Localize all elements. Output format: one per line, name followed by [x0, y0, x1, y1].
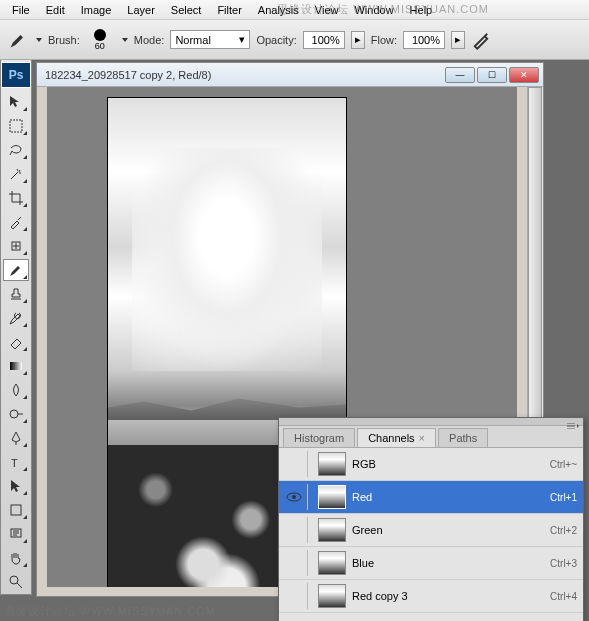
visibility-toggle[interactable]: [285, 523, 303, 537]
notes-tool[interactable]: [3, 523, 29, 545]
svg-text:T: T: [11, 457, 18, 469]
brush-preview-dot: [94, 29, 106, 41]
blur-tool[interactable]: [3, 379, 29, 401]
visibility-toggle[interactable]: [285, 457, 303, 471]
brush-size-picker[interactable]: 60: [86, 29, 114, 51]
opacity-label: Opacity:: [256, 34, 296, 46]
image-clouds: [132, 148, 322, 371]
menu-bar: File Edit Image Layer Select Filter Anal…: [0, 0, 589, 20]
brush-tool[interactable]: [3, 259, 29, 281]
divider: [307, 484, 308, 510]
brush-label: Brush:: [48, 34, 80, 46]
divider: [307, 550, 308, 576]
zoom-tool[interactable]: [3, 571, 29, 593]
history-brush-tool[interactable]: [3, 307, 29, 329]
channel-shortcut: Ctrl+2: [550, 525, 577, 536]
dodge-tool[interactable]: [3, 403, 29, 425]
visibility-toggle[interactable]: [285, 589, 303, 603]
brush-dropdown[interactable]: [122, 38, 128, 42]
channel-row-red[interactable]: Red Ctrl+1: [279, 481, 583, 514]
maximize-button[interactable]: ☐: [477, 67, 507, 83]
menu-edit[interactable]: Edit: [38, 2, 73, 18]
menu-image[interactable]: Image: [73, 2, 120, 18]
menu-window[interactable]: Window: [346, 2, 401, 18]
brush-size-value: 60: [95, 41, 105, 51]
channel-row-green[interactable]: Green Ctrl+2: [279, 514, 583, 547]
options-bar: Brush: 60 Mode: Normal ▾ Opacity: 100% ▸…: [0, 20, 589, 60]
channel-name: RGB: [352, 458, 550, 470]
document-title: 182234_20928517 copy 2, Red/8): [41, 69, 211, 81]
divider: [307, 517, 308, 543]
close-button[interactable]: ✕: [509, 67, 539, 83]
channel-shortcut: Ctrl+~: [550, 459, 577, 470]
visibility-toggle[interactable]: [285, 556, 303, 570]
stamp-tool[interactable]: [3, 283, 29, 305]
menu-select[interactable]: Select: [163, 2, 210, 18]
tab-channels-label: Channels: [368, 432, 414, 444]
channel-shortcut: Ctrl+1: [550, 492, 577, 503]
toolbox: Ps T: [0, 60, 32, 595]
menu-filter[interactable]: Filter: [209, 2, 249, 18]
wand-tool[interactable]: [3, 163, 29, 185]
minimize-button[interactable]: —: [445, 67, 475, 83]
eyedropper-tool[interactable]: [3, 211, 29, 233]
svg-rect-6: [10, 120, 22, 132]
type-tool[interactable]: T: [3, 451, 29, 473]
svg-rect-8: [10, 362, 22, 370]
channel-list: RGB Ctrl+~ Red Ctrl+1 Green Ctrl+2: [279, 448, 583, 621]
workspace: 182234_20928517 copy 2, Red/8) — ☐ ✕: [0, 60, 589, 621]
channel-row-rgb[interactable]: RGB Ctrl+~: [279, 448, 583, 481]
shape-tool[interactable]: [3, 499, 29, 521]
channel-thumb: [318, 518, 346, 542]
svg-point-9: [10, 410, 18, 418]
mode-label: Mode:: [134, 34, 165, 46]
move-tool[interactable]: [3, 91, 29, 113]
menu-view[interactable]: View: [307, 2, 347, 18]
panel-flyout-menu-icon[interactable]: [567, 419, 579, 425]
divider: [307, 451, 308, 477]
lasso-tool[interactable]: [3, 139, 29, 161]
channel-thumb: [318, 584, 346, 608]
menu-help[interactable]: Help: [402, 2, 441, 18]
gradient-tool[interactable]: [3, 355, 29, 377]
channel-name: Blue: [352, 557, 550, 569]
visibility-toggle[interactable]: [285, 490, 303, 504]
flow-slider-button[interactable]: ▸: [451, 31, 465, 49]
menu-file[interactable]: File: [4, 2, 38, 18]
channels-panel: Histogram Channels× Paths RGB Ctrl+~ Red…: [278, 417, 584, 621]
airbrush-icon[interactable]: [471, 30, 491, 50]
crop-tool[interactable]: [3, 187, 29, 209]
blend-mode-value: Normal: [175, 34, 210, 46]
channel-shortcut: Ctrl+4: [550, 591, 577, 602]
channel-row-blue[interactable]: Blue Ctrl+3: [279, 547, 583, 580]
flow-input[interactable]: 100%: [403, 31, 445, 49]
opacity-slider-button[interactable]: ▸: [351, 31, 365, 49]
tool-preset-dropdown[interactable]: [36, 38, 42, 42]
menu-analysis[interactable]: Analysis: [250, 2, 307, 18]
eraser-tool[interactable]: [3, 331, 29, 353]
path-select-tool[interactable]: [3, 475, 29, 497]
hand-tool[interactable]: [3, 547, 29, 569]
svg-point-1: [292, 495, 296, 499]
ps-logo[interactable]: Ps: [1, 62, 31, 88]
channel-row-redcopy[interactable]: Red copy 3 Ctrl+4: [279, 580, 583, 613]
flow-label: Flow:: [371, 34, 397, 46]
channel-name: Red: [352, 491, 550, 503]
divider: [307, 583, 308, 609]
panel-grip[interactable]: [279, 418, 583, 426]
document-titlebar[interactable]: 182234_20928517 copy 2, Red/8) — ☐ ✕: [37, 63, 543, 87]
brush-tool-icon[interactable]: [8, 30, 28, 50]
channel-shortcut: Ctrl+3: [550, 558, 577, 569]
healing-tool[interactable]: [3, 235, 29, 257]
tab-close-icon[interactable]: ×: [419, 432, 425, 444]
pen-tool[interactable]: [3, 427, 29, 449]
blend-mode-select[interactable]: Normal ▾: [170, 30, 250, 49]
tab-histogram[interactable]: Histogram: [283, 428, 355, 447]
panel-tabs: Histogram Channels× Paths: [279, 426, 583, 448]
opacity-input[interactable]: 100%: [303, 31, 345, 49]
eye-icon: [286, 492, 302, 502]
tab-paths[interactable]: Paths: [438, 428, 488, 447]
tab-channels[interactable]: Channels×: [357, 428, 436, 447]
menu-layer[interactable]: Layer: [119, 2, 163, 18]
marquee-tool[interactable]: [3, 115, 29, 137]
